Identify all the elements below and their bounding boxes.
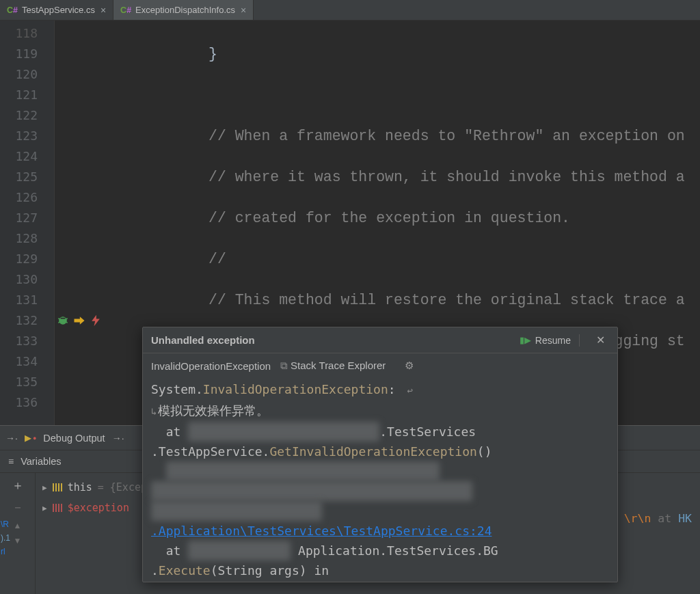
line-gutter[interactable]: 118 119120121122 123124125126 1271281291… <box>0 21 55 425</box>
copy-icon: ⧉ <box>280 360 288 371</box>
csharp-icon: C# <box>7 5 18 15</box>
wrap-icon: ↩ <box>407 385 412 396</box>
add-watch-button[interactable]: ＋ <box>12 477 24 494</box>
popup-title: Unhandled exception <box>151 334 514 346</box>
popup-subheader: InvalidOperationException ⧉Stack Trace E… <box>143 353 617 378</box>
editor-tabs: C# TestAppService.cs × C# ExceptionDispa… <box>0 0 700 21</box>
bug-icon <box>56 314 70 327</box>
remove-watch-button[interactable]: － <box>12 499 24 515</box>
svg-rect-1 <box>61 318 66 319</box>
left-tool-tabs[interactable]: \R ).1 rl <box>0 518 12 559</box>
object-icon <box>53 504 62 512</box>
stack-trace-body[interactable]: System.InvalidOperationException: ↩ ↳模拟无… <box>143 378 617 586</box>
debug-output-icon: ▶● <box>25 433 36 443</box>
expand-icon[interactable]: ▶ <box>42 504 47 513</box>
debug-output-label[interactable]: Debug Output <box>43 433 105 444</box>
tab-testappservice[interactable]: C# TestAppService.cs × <box>0 0 113 20</box>
object-icon <box>53 483 62 491</box>
tab-label: TestAppService.cs <box>22 5 95 15</box>
move-up-button[interactable]: ▲ <box>14 521 22 530</box>
menu-icon[interactable]: ≡ <box>8 456 14 467</box>
stack-trace-explorer-link[interactable]: ⧉Stack Trace Explorer <box>280 360 386 372</box>
resume-button[interactable]: ▮▶ Resume <box>514 332 576 349</box>
gear-icon[interactable]: ⚙ <box>405 360 414 372</box>
close-icon[interactable]: × <box>239 5 247 16</box>
close-icon[interactable]: ✕ <box>592 332 609 348</box>
variables-label: Variables <box>21 456 61 467</box>
source-path-link[interactable]: .Application\TestServices\TestAppService… <box>151 524 492 538</box>
move-down-button[interactable]: ▼ <box>14 536 22 545</box>
expand-icon[interactable]: ▶ <box>42 483 47 492</box>
exception-bolt-icon <box>89 314 103 327</box>
pin-right-icon[interactable]: →· <box>112 433 124 444</box>
exception-type-link[interactable]: InvalidOperationException <box>151 360 271 372</box>
pin-icon[interactable]: →· <box>5 433 18 444</box>
exception-popup: Unhandled exception ▮▶ Resume ✕ InvalidO… <box>142 327 618 582</box>
execution-pointer-icon <box>72 314 86 327</box>
play-icon: ▮▶ <box>520 335 531 345</box>
tab-label: ExceptionDispatchInfo.cs <box>135 5 235 15</box>
csharp-icon: C# <box>120 5 131 15</box>
popup-header[interactable]: Unhandled exception ▮▶ Resume ✕ <box>143 327 617 353</box>
tab-exceptiondispatchinfo[interactable]: C# ExceptionDispatchInfo.cs × <box>113 0 254 20</box>
close-icon[interactable]: × <box>99 5 107 16</box>
